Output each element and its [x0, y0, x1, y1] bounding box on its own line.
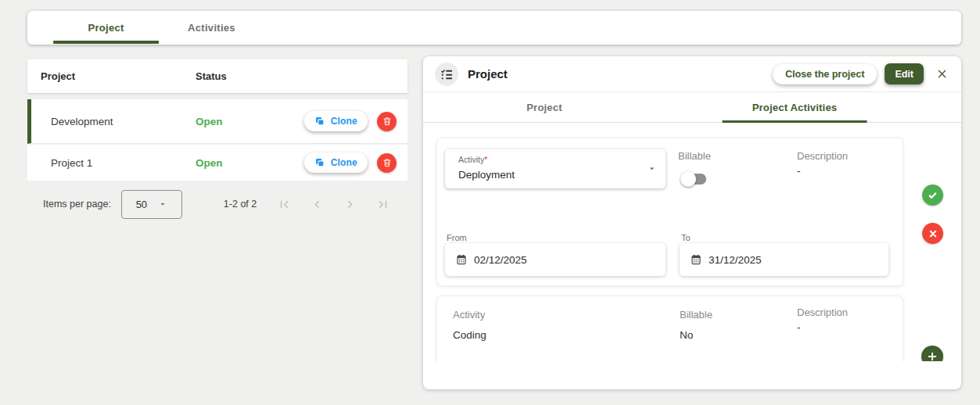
column-header-status: Status	[196, 70, 227, 82]
description-label: Description	[797, 150, 848, 162]
panel-tab-bar: Project Project Activities	[423, 92, 961, 123]
billable-label: Billable	[680, 309, 713, 321]
from-date-value: 02/12/2025	[474, 254, 527, 266]
clone-button-label: Clone	[331, 116, 357, 127]
billable-toggle[interactable]	[683, 174, 706, 185]
main-tab-bar: Project Activities	[27, 11, 961, 45]
table-row[interactable]: Project 1 Open Clone	[27, 145, 407, 181]
last-page-icon[interactable]	[375, 197, 390, 212]
paginator: Items per page: 50 1-2 of 2	[27, 188, 407, 220]
from-label: From	[447, 233, 467, 242]
app-root: Project Activities Project Status Develo…	[0, 0, 980, 405]
activity-view-card: Activity Coding Billable No Description …	[436, 296, 903, 361]
clone-button-label: Clone	[331, 157, 357, 168]
close-icon	[935, 67, 949, 81]
panel-tab-project-activities[interactable]: Project Activities	[666, 92, 924, 122]
items-per-page-select[interactable]: 50	[121, 190, 182, 219]
calendar-icon	[455, 253, 468, 266]
to-date-value: 31/12/2025	[709, 254, 762, 266]
activity-edit-card: Activity* Deployment Billable Descriptio…	[436, 138, 903, 286]
required-asterisk: *	[484, 155, 487, 164]
to-label: To	[681, 233, 691, 242]
activity-select[interactable]: Activity* Deployment	[445, 149, 666, 188]
close-the-project-button[interactable]: Close the project	[773, 64, 877, 84]
toggle-thumb	[680, 171, 696, 187]
tab-project-label: Project	[88, 22, 124, 34]
status-badge: Open	[196, 116, 304, 127]
delete-button[interactable]	[377, 112, 397, 131]
page-range-label: 1-2 of 2	[224, 199, 257, 210]
panel-tab-project-label: Project	[526, 102, 562, 113]
activity-select-value: Deployment	[458, 169, 515, 181]
table-row[interactable]: Development Open Clone	[27, 99, 407, 144]
trash-icon	[382, 116, 393, 127]
chevron-down-icon	[647, 163, 657, 177]
edit-button[interactable]: Edit	[885, 63, 924, 84]
activity-label: Activity	[453, 309, 485, 321]
page-navigation	[277, 197, 390, 212]
cross-icon	[928, 228, 939, 239]
first-page-icon[interactable]	[277, 197, 292, 212]
copy-icon	[314, 116, 325, 127]
close-panel-button[interactable]	[934, 66, 949, 82]
panel-tab-project[interactable]: Project	[423, 92, 666, 122]
activity-value: Coding	[453, 329, 486, 341]
project-name: Project 1	[51, 157, 196, 169]
active-tab-underline	[53, 41, 159, 44]
trash-icon	[382, 157, 393, 168]
clone-button[interactable]: Clone	[304, 111, 368, 131]
panel-header: Project Close the project Edit	[423, 56, 961, 92]
checklist-icon	[435, 63, 458, 86]
items-per-page-value: 50	[136, 199, 147, 210]
tab-activities-label: Activities	[188, 22, 235, 34]
to-date-input[interactable]: 31/12/2025	[680, 243, 888, 276]
status-badge: Open	[196, 157, 304, 169]
project-activities-content: Activity* Deployment Billable Descriptio…	[423, 124, 961, 361]
copy-icon	[314, 157, 325, 168]
panel-tab-project-activities-label: Project Activities	[752, 102, 838, 113]
confirm-activity-button[interactable]	[922, 185, 943, 206]
previous-page-icon[interactable]	[310, 197, 325, 212]
clone-button[interactable]: Clone	[304, 152, 368, 173]
items-per-page-label: Items per page:	[43, 199, 111, 210]
description-value: -	[797, 165, 801, 177]
tab-activities[interactable]: Activities	[159, 11, 264, 45]
billable-label: Billable	[678, 150, 711, 162]
description-label: Description	[797, 306, 848, 318]
from-date-input[interactable]: 02/12/2025	[445, 243, 666, 276]
description-value: -	[797, 321, 801, 333]
project-detail-panel: Project Close the project Edit Project P…	[423, 56, 961, 389]
tab-project[interactable]: Project	[53, 11, 159, 45]
plus-icon	[926, 350, 939, 361]
calendar-icon	[690, 253, 702, 266]
project-name: Development	[51, 116, 196, 127]
project-table-header: Project Status	[27, 59, 407, 93]
chevron-down-icon	[158, 199, 167, 209]
cancel-activity-button[interactable]	[922, 223, 943, 244]
next-page-icon[interactable]	[343, 197, 357, 212]
active-tab-underline	[723, 120, 867, 123]
check-icon	[926, 188, 939, 202]
activity-label: Activity*	[458, 155, 487, 164]
add-activity-button[interactable]	[921, 346, 943, 361]
delete-button[interactable]	[377, 153, 397, 173]
panel-title: Project	[468, 67, 508, 81]
column-header-project: Project	[41, 70, 196, 82]
billable-value: No	[680, 329, 693, 341]
